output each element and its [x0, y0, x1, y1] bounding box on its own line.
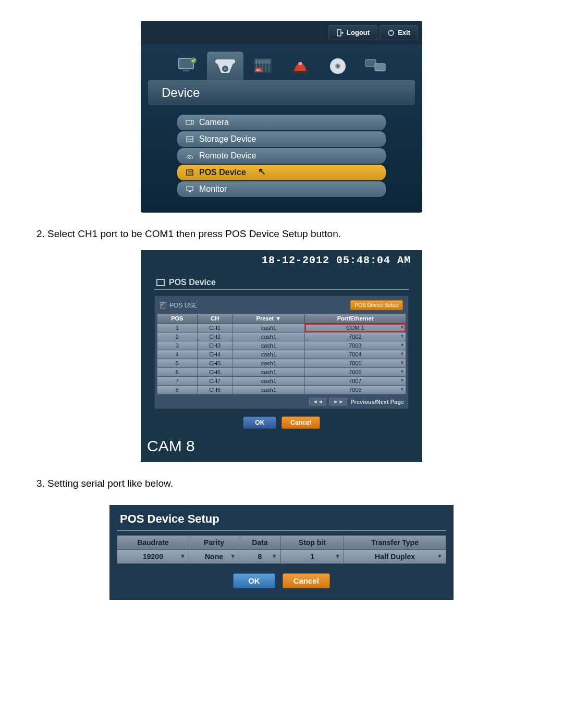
nav-icons: REC	[141, 44, 422, 80]
cell-port-dropdown[interactable]: 7006▼	[304, 368, 406, 377]
ok-button[interactable]: OK	[233, 573, 275, 588]
table-row: 6 CH6 cash1 7006▼	[157, 368, 406, 377]
instruction-step2: 2. Select CH1 port to be COM1 then press…	[36, 228, 527, 240]
menu-item-remote[interactable]: Remote Device	[177, 148, 386, 164]
table-row: 3 CH3 cash1 7003▼	[157, 341, 406, 350]
cell-port-dropdown[interactable]: 7005▼	[304, 359, 406, 368]
menu-item-camera[interactable]: Camera	[177, 115, 386, 130]
nav-alarm[interactable]	[282, 52, 319, 80]
svg-rect-29	[187, 187, 193, 191]
ok-button[interactable]: OK	[243, 416, 276, 429]
cell-pos: 4	[157, 350, 198, 359]
cell-pos: 5	[157, 359, 198, 368]
cell-ch: CH2	[197, 332, 232, 341]
logout-button[interactable]: Logout	[328, 25, 377, 40]
checkbox-icon	[160, 302, 166, 309]
chevron-down-icon: ▼	[335, 553, 340, 559]
device-menu-screenshot: Logout Exit REC Device	[141, 21, 422, 213]
svg-point-5	[224, 67, 227, 70]
pager-label: Previous/Next Page	[350, 399, 404, 405]
nav-record[interactable]: REC	[244, 52, 281, 80]
cell-preset: cash1	[232, 350, 304, 359]
svg-rect-20	[365, 59, 376, 67]
col-transfer: Transfer Type	[344, 536, 446, 550]
col-baudrate: Baudrate	[117, 536, 189, 550]
col-pos: POS	[157, 314, 198, 324]
nav-network[interactable]	[357, 52, 394, 80]
cell-ch: CH6	[197, 368, 232, 377]
parity-dropdown[interactable]: None▼	[189, 550, 239, 564]
list-icon	[156, 279, 165, 286]
cell-preset: cash1	[232, 377, 304, 386]
menu-label: POS Device	[199, 168, 246, 177]
cancel-button[interactable]: Cancel	[282, 416, 320, 429]
panel-title-text: POS Device	[169, 278, 216, 287]
menu-item-monitor[interactable]: Monitor	[177, 181, 386, 197]
panel-title: POS Device	[141, 270, 422, 289]
cell-preset: cash1	[232, 324, 304, 332]
cell-port-dropdown[interactable]: 7003▼	[304, 341, 406, 350]
svg-rect-21	[375, 64, 385, 71]
cell-ch: CH8	[197, 386, 232, 394]
chevron-down-icon: ▼	[400, 369, 405, 374]
pos-device-setup-screenshot: POS Device Setup Baudrate Parity Data St…	[109, 505, 454, 600]
svg-point-16	[298, 62, 302, 65]
prev-page-button[interactable]: ◄◄	[309, 398, 327, 405]
col-preset[interactable]: Preset ▼	[232, 314, 304, 324]
pos-use-label: POS USE	[169, 302, 197, 309]
next-page-button[interactable]: ►►	[329, 398, 347, 405]
menu-list: Camera Storage Device Remote Device POS …	[141, 105, 422, 213]
tab-title: Device	[148, 80, 415, 105]
pos-use-checkbox[interactable]: POS USE	[160, 302, 197, 309]
cell-ch: CH1	[197, 324, 232, 332]
table-row: 7 CH7 cash1 7007▼	[157, 377, 406, 386]
table-row: 1 CH1 cash1 COM 1▼	[157, 324, 406, 332]
pos-icon	[186, 169, 194, 176]
col-parity: Parity	[189, 536, 239, 550]
chevron-down-icon: ▼	[230, 553, 236, 559]
table-row: 19200▼ None▼ 8▼ 1▼ Half Duplex▼	[117, 550, 446, 564]
cell-port-dropdown[interactable]: 7002▼	[304, 332, 406, 341]
chevron-down-icon: ▼	[437, 553, 443, 559]
nav-device[interactable]	[207, 52, 243, 80]
cell-preset: cash1	[232, 341, 304, 350]
cell-pos: 2	[157, 332, 198, 341]
cell-preset: cash1	[232, 368, 304, 377]
nav-display[interactable]	[169, 52, 206, 80]
cancel-button[interactable]: Cancel	[283, 573, 330, 588]
chevron-down-icon: ▼	[400, 342, 405, 348]
chevron-down-icon: ▼	[272, 553, 277, 559]
chevron-down-icon: ▼	[400, 387, 405, 392]
stopbit-dropdown[interactable]: 1▼	[280, 550, 344, 564]
data-dropdown[interactable]: 8▼	[239, 550, 281, 564]
svg-point-25	[189, 158, 190, 159]
cell-pos: 8	[157, 386, 198, 394]
table-row: 8 CH8 cash1 7008▼	[157, 386, 406, 394]
cell-port-dropdown[interactable]: 7008▼	[304, 386, 406, 394]
cell-ch: CH4	[197, 350, 232, 359]
instruction-step3: 3. Setting serial port like below.	[36, 478, 527, 489]
col-port: Port/Ethernet	[304, 314, 406, 324]
dialog-buttons: OK Cancel	[141, 409, 422, 436]
cell-pos: 1	[157, 324, 198, 332]
col-data: Data	[239, 536, 281, 550]
baudrate-dropdown[interactable]: 19200▼	[117, 550, 189, 564]
nav-disc[interactable]	[320, 52, 356, 80]
menu-label: Monitor	[199, 184, 227, 194]
cell-port-dropdown[interactable]: 7004▼	[304, 350, 406, 359]
cell-preset: cash1	[232, 332, 304, 341]
divider	[154, 289, 409, 290]
top-bar: Logout Exit	[141, 21, 422, 44]
pos-table-body: 1 CH1 cash1 COM 1▼ 2 CH2 cash1 7002▼ 3 C…	[157, 324, 406, 394]
cell-ch: CH7	[197, 377, 232, 386]
chevron-down-icon: ▼	[400, 378, 405, 383]
cell-port-dropdown[interactable]: COM 1▼	[304, 324, 406, 332]
table-header-row: Baudrate Parity Data Stop bit Transfer T…	[117, 536, 446, 550]
pos-device-setup-button[interactable]: POS Device Setup	[350, 300, 403, 310]
cell-port-dropdown[interactable]: 7007▼	[304, 377, 406, 386]
menu-item-storage[interactable]: Storage Device	[177, 131, 386, 147]
menu-item-pos[interactable]: POS Device ↖	[177, 165, 386, 180]
chevron-down-icon: ▼	[400, 325, 405, 330]
transfer-dropdown[interactable]: Half Duplex▼	[344, 550, 446, 564]
exit-button[interactable]: Exit	[380, 25, 418, 40]
